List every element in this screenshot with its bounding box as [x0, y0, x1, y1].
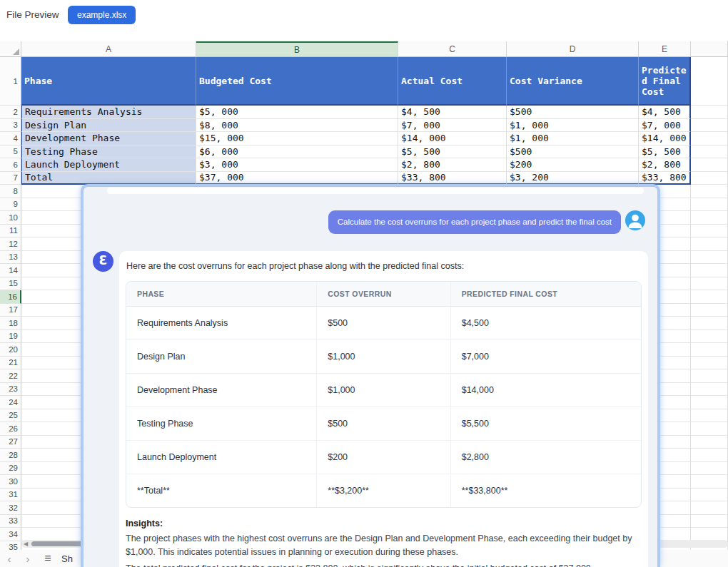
cell[interactable]: Requirements Analysis	[21, 106, 196, 119]
cell[interactable]: $3, 200	[507, 172, 639, 185]
cell[interactable]	[691, 422, 728, 436]
sheet-menu-icon[interactable]: ≡	[37, 552, 59, 565]
next-sheet-icon[interactable]: ›	[19, 553, 37, 565]
row-header-12[interactable]: 12	[0, 237, 21, 251]
cell[interactable]: Total	[21, 172, 196, 185]
cell[interactable]	[691, 357, 728, 370]
cell[interactable]	[691, 396, 728, 409]
cell[interactable]	[691, 290, 728, 304]
cell[interactable]: Launch Deployment	[21, 158, 196, 172]
cell[interactable]	[691, 106, 728, 119]
row-header-4[interactable]: 4	[0, 132, 21, 145]
cell[interactable]	[691, 237, 728, 251]
cell[interactable]: $15, 000	[196, 132, 398, 145]
row-header-33[interactable]: 33	[0, 515, 21, 528]
row-header-1[interactable]: 1	[0, 57, 21, 106]
cell[interactable]: $37, 000	[196, 172, 398, 185]
cell[interactable]: $33, 800	[398, 172, 507, 185]
cell[interactable]: $6, 000	[196, 145, 398, 159]
file-tab-example-xlsx[interactable]: example.xlsx	[68, 6, 136, 24]
cell[interactable]: $2, 800	[639, 158, 691, 172]
cell[interactable]: Predicted Final Cost	[639, 57, 691, 106]
sheet-tab[interactable]: Sh	[61, 553, 73, 564]
cell[interactable]	[691, 172, 728, 185]
row-header-26[interactable]: 26	[0, 422, 21, 436]
cell[interactable]: $1, 000	[507, 119, 639, 133]
column-header-f[interactable]	[691, 41, 728, 57]
row-header-6[interactable]: 6	[0, 158, 21, 172]
cell[interactable]: $2, 800	[398, 158, 507, 172]
column-header-E[interactable]: E	[639, 41, 691, 57]
cell[interactable]: Cost Variance	[507, 57, 639, 106]
row-header-13[interactable]: 13	[0, 251, 21, 265]
cell[interactable]	[691, 462, 728, 476]
cell[interactable]	[691, 264, 728, 277]
cell[interactable]	[691, 185, 728, 198]
cell[interactable]: $3, 000	[196, 158, 398, 172]
cell[interactable]: $8, 000	[196, 119, 398, 133]
cell[interactable]: $7, 000	[639, 119, 691, 133]
cell[interactable]: $500	[507, 106, 639, 119]
cell[interactable]: $33, 800	[639, 172, 691, 185]
row-header-2[interactable]: 2	[0, 106, 21, 119]
cell[interactable]	[691, 277, 728, 291]
cell[interactable]	[691, 198, 728, 212]
row-header-3[interactable]: 3	[0, 119, 21, 133]
cell[interactable]	[691, 330, 728, 344]
cell[interactable]	[691, 343, 728, 357]
cell[interactable]	[691, 449, 728, 462]
row-header-32[interactable]: 32	[0, 501, 21, 515]
column-header-B[interactable]: B	[196, 41, 398, 57]
row-header-24[interactable]: 24	[0, 396, 21, 409]
cell[interactable]: $1, 000	[507, 132, 639, 145]
row-header-19[interactable]: 19	[0, 330, 21, 344]
row-header-8[interactable]: 8	[0, 185, 21, 198]
row-header-30[interactable]: 30	[0, 475, 21, 489]
row-header-20[interactable]: 20	[0, 343, 21, 357]
cell[interactable]: $5, 500	[398, 145, 507, 159]
cell[interactable]: $500	[507, 145, 639, 159]
prev-sheet-icon[interactable]: ‹	[0, 553, 19, 565]
select-all-corner[interactable]	[0, 41, 21, 57]
cell[interactable]	[691, 383, 728, 397]
row-header-25[interactable]: 25	[0, 409, 21, 423]
cell[interactable]	[691, 211, 728, 225]
cell[interactable]	[691, 501, 728, 515]
cell[interactable]	[691, 436, 728, 449]
cell[interactable]	[691, 57, 728, 106]
row-header-15[interactable]: 15	[0, 277, 21, 291]
row-header-22[interactable]: 22	[0, 369, 21, 383]
row-header-28[interactable]: 28	[0, 449, 21, 462]
column-header-D[interactable]: D	[507, 41, 639, 57]
cell[interactable]: $5, 500	[639, 145, 691, 159]
cell[interactable]: $200	[507, 158, 639, 172]
cell[interactable]: $14, 000	[398, 132, 507, 145]
row-header-14[interactable]: 14	[0, 264, 21, 277]
cell[interactable]: Testing Phase	[21, 145, 196, 159]
row-header-10[interactable]: 10	[0, 211, 21, 225]
cell[interactable]: $14, 000	[639, 132, 691, 145]
cell[interactable]	[691, 225, 728, 238]
row-header-17[interactable]: 17	[0, 304, 21, 317]
cell[interactable]: $4, 500	[398, 106, 507, 119]
row-header-34[interactable]: 34	[0, 528, 21, 541]
cell[interactable]	[691, 317, 728, 330]
row-header-9[interactable]: 9	[0, 198, 21, 212]
cell[interactable]	[691, 369, 728, 383]
cell[interactable]: Design Plan	[21, 119, 196, 133]
scroll-left-icon[interactable]: ◀	[24, 540, 28, 548]
cell[interactable]: Phase	[21, 57, 196, 106]
cell[interactable]	[691, 409, 728, 423]
row-header-16[interactable]: 16	[0, 290, 21, 304]
cell[interactable]	[691, 145, 728, 159]
cell[interactable]	[691, 528, 728, 541]
cell[interactable]: Budgeted Cost	[196, 57, 398, 106]
cell[interactable]: Development Phase	[21, 132, 196, 145]
cell[interactable]: Actual Cost	[398, 57, 507, 106]
row-header-21[interactable]: 21	[0, 357, 21, 370]
cell[interactable]	[691, 119, 728, 133]
row-header-11[interactable]: 11	[0, 225, 21, 238]
row-header-29[interactable]: 29	[0, 462, 21, 476]
cell[interactable]	[691, 515, 728, 528]
cell[interactable]	[691, 304, 728, 317]
